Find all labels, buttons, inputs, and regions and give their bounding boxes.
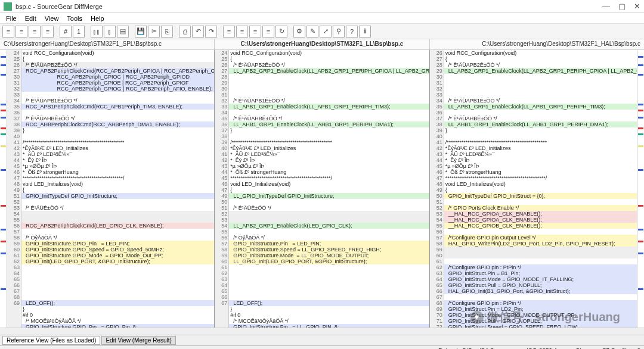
code-line[interactable]: HAL_GPIO_WritePin(LD2_GPIO_Port, LD2_Pin…	[444, 241, 637, 247]
code-line[interactable]	[229, 211, 429, 217]
minimize-button[interactable]: —	[602, 2, 610, 11]
overview-mark[interactable]	[638, 133, 643, 135]
code-line[interactable]: {	[21, 56, 214, 62]
code-line[interactable]: {	[229, 56, 429, 62]
code-line[interactable]: /* Ê¹ÄÜAHBÊ±ÖÓ */	[21, 116, 214, 121]
overview-mark[interactable]	[638, 253, 643, 254]
code-line[interactable]: GPIO_InitTypeDef GPIO_InitStruct = {0};	[444, 193, 637, 199]
toolbar-button-12[interactable]: ⎙	[179, 26, 191, 38]
overview-mark[interactable]	[1, 145, 6, 147]
overview-mark[interactable]	[638, 288, 643, 290]
left-pane[interactable]: 2425262730313233343536373839404142434445…	[0, 50, 215, 328]
toolbar-button-18[interactable]: ≡	[262, 26, 274, 38]
code-line[interactable]: *ÊýÃû³Æ £º LED_Initializes	[444, 145, 637, 151]
code-line[interactable]	[229, 229, 429, 235]
menu-tools[interactable]: Tools	[63, 14, 86, 23]
code-line[interactable]: *ÊýÃû³Æ £º LED_Initializes	[229, 145, 429, 151]
toolbar-button-17[interactable]: ≡	[249, 26, 261, 38]
code-line[interactable]: *µ »ØÖµ £º ÎÞ	[21, 163, 214, 169]
code-line[interactable]	[21, 110, 214, 116]
code-line[interactable]: * ÄÜ £º LED³õÊ¼»¯	[21, 151, 214, 157]
code-line[interactable]	[229, 294, 429, 300]
code-line[interactable]: GPIO_InitStructure.Speed = LL_GPIO_SPEED…	[229, 247, 429, 253]
menu-edit[interactable]: Edit	[21, 14, 40, 23]
overview-mark[interactable]	[638, 56, 643, 58]
code-line[interactable]: /* Ê¹ÄÜAPB2Ê±ÖÓ */	[229, 62, 429, 68]
code-line[interactable]: LL_APB1_GRP1_EnableClock(LL_APB1_GRP1_PE…	[444, 104, 637, 110]
code-line[interactable]: /* Ê¹ÄÜAPB2Ê±ÖÓ */	[21, 62, 214, 68]
code-line[interactable]: #if 0	[21, 312, 214, 318]
code-line[interactable]: /* Ê¹ÄÜAPB2Ê±ÖÓ */	[444, 62, 637, 68]
reference-view-tab[interactable]: Reference View (Files as Loaded)	[2, 336, 100, 345]
left-code[interactable]: void RCC_Configuration(void){ /* Ê¹ÄÜAPB…	[21, 50, 214, 328]
code-line[interactable]	[21, 92, 214, 98]
toolbar-button-0[interactable]: ≡	[2, 26, 14, 38]
code-line[interactable]: LL_GPIO_InitTypeDef GPIO_InitStructure;	[229, 193, 429, 199]
right-pane[interactable]: 2627282930313233343536373839404142434445…	[430, 50, 644, 328]
code-line[interactable]	[444, 229, 637, 235]
code-line[interactable]: /***************************************…	[444, 139, 637, 145]
code-line[interactable]: LED_OFF();	[229, 300, 429, 306]
code-line[interactable]: RCC_APB2Periph_GPIOG | RCC_APB2Periph_AF…	[21, 86, 214, 92]
code-line[interactable]	[444, 92, 637, 98]
toolbar-button-23[interactable]: ⚲	[333, 26, 345, 38]
code-line[interactable]	[229, 80, 429, 86]
code-line[interactable]: LL_AHB1_GRP1_EnableClock(LL_AHB1_GRP1_PE…	[444, 121, 637, 127]
code-line[interactable]	[229, 110, 429, 116]
code-line[interactable]: * Êý £º ÎÞ	[21, 157, 214, 163]
overview-mark[interactable]	[638, 74, 643, 76]
code-line[interactable]: {	[21, 187, 214, 193]
code-line[interactable]	[444, 258, 637, 264]
code-line[interactable]	[21, 294, 214, 300]
menu-file[interactable]: File	[2, 14, 20, 23]
toolbar-button-9[interactable]: 💾	[135, 26, 147, 38]
code-line[interactable]: /* Ê¹ÄÜAHBÊ±ÖÓ */	[229, 116, 429, 121]
toolbar-button-4[interactable]: #	[60, 26, 72, 38]
code-line[interactable]: GPIO_InitStructure.GPIO_Speed = GPIO_Spe…	[21, 247, 214, 253]
code-line[interactable]	[444, 110, 637, 116]
code-line[interactable]: GPIO_InitStruct.Pin = B1_Pin;	[444, 270, 637, 276]
code-line[interactable]: }	[229, 306, 429, 312]
code-line[interactable]: void RCC_Configuration(void)	[444, 50, 637, 56]
code-line[interactable]: void RCC_Configuration(void)	[229, 50, 429, 56]
code-line[interactable]: * Õß £º strongerHuang	[444, 169, 637, 175]
code-line[interactable]: GPIO_InitStruct.Mode = GPIO_MODE_OUTPUT_…	[444, 312, 637, 318]
code-line[interactable]	[444, 253, 637, 258]
code-line[interactable]: LL_APB2_GRP1_EnableClock(LL_APB2_GRP1_PE…	[229, 68, 429, 74]
overview-mark[interactable]	[1, 104, 6, 105]
code-line[interactable]: GPIO_InitTypeDef GPIO_InitStructure;	[21, 193, 214, 199]
overview-mark[interactable]	[638, 169, 643, 171]
code-line[interactable]: GPIO_InitStructure.Pin = LL_GPIO_PIN_8;	[229, 324, 429, 328]
toolbar-button-14[interactable]: ↷	[205, 26, 217, 38]
code-line[interactable]	[229, 199, 429, 205]
code-line[interactable]: HAL_GPIO_Init(B1_GPIO_Port, &GPIO_InitSt…	[444, 288, 637, 294]
code-line[interactable]: LL_APB1_GRP1_EnableClock(LL_APB1_GRP1_PE…	[229, 104, 429, 110]
code-line[interactable]: /*Configure GPIO pin Output Level */	[444, 235, 637, 241]
toolbar-button-5[interactable]: 1	[73, 26, 85, 38]
code-line[interactable]: /* GPIO Ports Clock Enable */	[444, 205, 637, 211]
code-line[interactable]	[229, 282, 429, 288]
overview-mark[interactable]	[1, 117, 6, 119]
toolbar-button-24[interactable]: ?	[346, 26, 358, 38]
code-line[interactable]: GPIO_InitStructure.GPIO_Pin = LED_PIN;	[21, 241, 214, 247]
code-line[interactable]: RCC_AHBPeriphClockCmd(RCC_AHBPeriph_DMA1…	[21, 121, 214, 127]
horizontal-scrollbar[interactable]	[0, 328, 644, 335]
toolbar-button-10[interactable]: ✂	[148, 26, 160, 38]
code-line[interactable]: GPIO_InitStruct.Pull = GPIO_NOPULL;	[444, 282, 637, 288]
code-line[interactable]	[229, 92, 429, 98]
code-line[interactable]: LL_GPIO_Init(LED_GPIO_PORT, &GPIO_InitSt…	[229, 258, 429, 264]
code-line[interactable]	[444, 247, 637, 253]
code-line[interactable]	[444, 133, 637, 139]
toolbar-button-13[interactable]: ↶	[192, 26, 204, 38]
code-line[interactable]: GPIO_InitStruct.Speed = GPIO_SPEED_FREQ_…	[444, 324, 637, 328]
code-line[interactable]	[444, 74, 637, 80]
code-line[interactable]: /* MCOÊä³öÒýÅäÖÃ */	[229, 318, 429, 324]
overview-mark[interactable]	[1, 229, 6, 230]
overview-mark[interactable]	[1, 133, 6, 135]
code-line[interactable]: * ÄÜ £º LED³õÊ¼»¯	[229, 151, 429, 157]
overview-mark[interactable]	[638, 229, 643, 230]
code-line[interactable]: /* ÒýÅäÖÃ */	[229, 235, 429, 241]
edit-view-tab[interactable]: Edit View (Merge Result)	[101, 336, 175, 345]
code-line[interactable]	[21, 282, 214, 288]
code-line[interactable]: * Õß £º strongerHuang	[21, 169, 214, 175]
